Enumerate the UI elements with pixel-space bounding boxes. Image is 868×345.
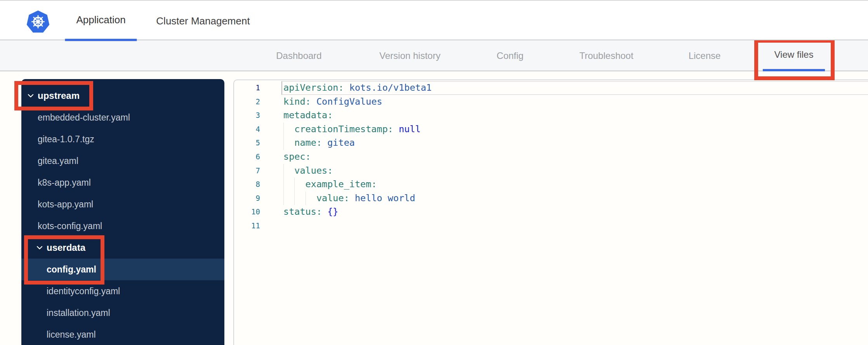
line-number: 5 — [234, 136, 260, 150]
tree-file-embedded-cluster-yaml[interactable]: embedded-cluster.yaml — [21, 107, 224, 128]
tree-file-gitea-1-0-7-tgz[interactable]: gitea-1.0.7.tgz — [21, 128, 224, 150]
subnav-tab-troubleshoot[interactable]: Troubleshoot — [568, 40, 644, 71]
editor-line-6[interactable]: 6spec: — [234, 150, 868, 164]
indent-guide — [283, 191, 284, 205]
indent-guide — [294, 178, 295, 191]
line-number: 6 — [234, 150, 260, 164]
indent-guide — [283, 164, 284, 178]
tree-item-label: k8s-app.yaml — [38, 178, 91, 188]
tree-item-label: license.yaml — [47, 329, 96, 340]
tree-item-label: upstream — [38, 90, 80, 101]
tree-file-license-yaml[interactable]: license.yaml — [21, 324, 224, 345]
file-tree-panel: upstreamembedded-cluster.yamlgitea-1.0.7… — [21, 79, 224, 345]
tree-item-label: gitea-1.0.7.tgz — [38, 134, 94, 145]
kubernetes-logo-icon — [26, 10, 50, 34]
tree-file-installation-yaml[interactable]: installation.yaml — [21, 302, 224, 324]
code-line-content: creationTimestamp: null — [283, 122, 421, 136]
line-number: 11 — [234, 219, 260, 233]
app-subnav: DashboardVersion historyConfigTroublesho… — [0, 40, 868, 71]
top-tab-application[interactable]: Application — [65, 1, 137, 41]
tree-folder-upstream[interactable]: upstream — [21, 85, 224, 107]
tree-file-k8s-app-yaml[interactable]: k8s-app.yaml — [21, 172, 224, 193]
code-line-content: name: gitea — [283, 136, 355, 150]
chevron-down-icon — [28, 94, 34, 98]
code-line-content: example_item: — [283, 178, 377, 191]
kots-admin-console: ApplicationCluster Management DashboardV… — [0, 0, 868, 345]
editor-line-10[interactable]: 10status: {} — [234, 205, 868, 219]
line-number: 3 — [234, 109, 260, 122]
editor-line-4[interactable]: 4 creationTimestamp: null — [234, 122, 868, 136]
indent-guide — [294, 191, 295, 205]
editor-line-7[interactable]: 7 values: — [234, 164, 868, 178]
top-nav: ApplicationCluster Management — [0, 0, 868, 40]
code-line-content: value: hello world — [283, 191, 415, 205]
editor-line-11[interactable]: 11 — [234, 219, 868, 233]
line-number: 2 — [234, 95, 260, 109]
file-content-editor[interactable]: 1apiVersion: kots.io/v1beta12kind: Confi… — [233, 79, 868, 345]
code-line-content: metadata: — [283, 109, 333, 122]
file-tree: upstreamembedded-cluster.yamlgitea-1.0.7… — [21, 79, 224, 345]
line-number: 9 — [234, 191, 260, 205]
editor-line-1[interactable]: 1apiVersion: kots.io/v1beta1 — [234, 81, 868, 95]
subnav-tab-dashboard[interactable]: Dashboard — [265, 40, 332, 71]
indent-guide — [283, 122, 284, 136]
line-number: 7 — [234, 164, 260, 178]
editor-line-2[interactable]: 2kind: ConfigValues — [234, 95, 868, 109]
indent-guide — [306, 191, 306, 205]
editor-line-5[interactable]: 5 name: gitea — [234, 136, 868, 150]
editor-lines: 1apiVersion: kots.io/v1beta12kind: Confi… — [234, 80, 868, 233]
tree-file-kots-app-yaml[interactable]: kots-app.yaml — [21, 193, 224, 215]
code-line-content: apiVersion: kots.io/v1beta1 — [283, 81, 432, 95]
chevron-down-icon — [36, 246, 43, 250]
code-line-content: kind: ConfigValues — [283, 95, 382, 109]
editor-line-8[interactable]: 8 example_item: — [234, 178, 868, 191]
code-line-content: status: {} — [283, 205, 339, 219]
top-tab-cluster-management[interactable]: Cluster Management — [145, 1, 261, 41]
subnav-tab-version-history[interactable]: Version history — [368, 40, 451, 71]
editor-line-9[interactable]: 9 value: hello world — [234, 191, 868, 205]
subnav-tab-license[interactable]: License — [678, 40, 732, 71]
tree-folder-userdata[interactable]: userdata — [21, 237, 224, 259]
line-number: 10 — [234, 205, 260, 219]
tree-file-identityconfig-yaml[interactable]: identityconfig.yaml — [21, 280, 224, 302]
tree-file-gitea-yaml[interactable]: gitea.yaml — [21, 150, 224, 172]
line-number: 4 — [234, 122, 260, 136]
line-number: 8 — [234, 178, 260, 191]
line-number: 1 — [234, 81, 260, 95]
tree-item-label: kots-config.yaml — [38, 221, 102, 231]
annotation-box-view-files — [754, 39, 835, 80]
subnav-tab-view-files[interactable]: View files — [763, 40, 825, 71]
editor-line-3[interactable]: 3metadata: — [234, 109, 868, 122]
indent-guide — [283, 178, 284, 191]
tree-item-label: installation.yaml — [47, 308, 110, 318]
code-line-content: values: — [283, 164, 333, 178]
indent-guide — [283, 136, 284, 150]
tree-item-label: userdata — [47, 242, 85, 253]
tree-item-label: gitea.yaml — [38, 156, 78, 166]
tree-item-label: kots-app.yaml — [38, 199, 93, 210]
tree-file-config-yaml[interactable]: config.yaml — [21, 259, 224, 280]
tree-item-label: embedded-cluster.yaml — [38, 112, 130, 123]
tree-item-label: identityconfig.yaml — [47, 286, 120, 297]
tree-item-label: config.yaml — [47, 264, 96, 275]
tree-file-kots-config-yaml[interactable]: kots-config.yaml — [21, 215, 224, 237]
code-line-content: spec: — [283, 150, 311, 164]
subnav-tab-config[interactable]: Config — [486, 40, 534, 71]
